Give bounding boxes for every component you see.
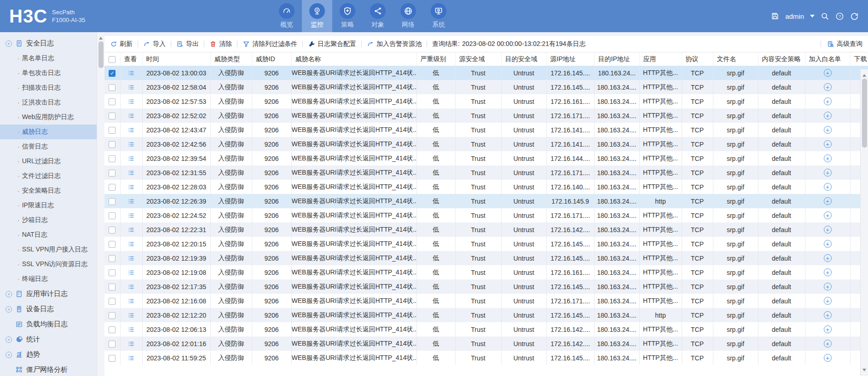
toolbar-button-7[interactable]: 加入告警资源池 bbox=[367, 40, 422, 48]
table-row[interactable]: 2023-08-02 12:12:20 入侵防御 9206 WEB服务器URI请… bbox=[104, 308, 868, 322]
add-whitelist-icon[interactable]: + bbox=[824, 226, 832, 234]
table-row[interactable]: 2023-08-02 12:58:04 入侵防御 9206 WEB服务器URI请… bbox=[104, 80, 868, 94]
row-checkbox[interactable] bbox=[109, 113, 116, 120]
search-icon[interactable] bbox=[821, 12, 829, 21]
sidebar-item[interactable]: » 安全日志 bbox=[0, 36, 97, 51]
view-cell[interactable] bbox=[120, 108, 142, 123]
sidebar-item[interactable]: · 泛洪攻击日志 bbox=[0, 95, 97, 110]
row-checkbox-cell[interactable] bbox=[104, 294, 120, 308]
column-header[interactable]: 应用 bbox=[639, 52, 682, 66]
sidebar-item[interactable]: · IP限速日志 bbox=[0, 198, 97, 213]
toolbar-button-3[interactable]: 导出 bbox=[176, 40, 199, 48]
row-checkbox[interactable] bbox=[109, 98, 116, 105]
table-row[interactable]: 2023-08-02 12:57:53 入侵防御 9206 WEB服务器URI请… bbox=[104, 94, 868, 108]
scrollbar-thumb[interactable] bbox=[862, 79, 867, 148]
add-whitelist-icon[interactable]: + bbox=[824, 169, 832, 177]
column-header[interactable]: 协议 bbox=[682, 52, 713, 66]
add-whitelist-icon[interactable]: + bbox=[824, 140, 832, 148]
table-row[interactable]: 2023-08-02 12:16:08 入侵防御 9206 WEB服务器URI请… bbox=[104, 294, 868, 308]
row-checkbox-cell[interactable] bbox=[104, 165, 120, 180]
toolbar-button-1[interactable]: 刷新 bbox=[110, 40, 133, 48]
view-details-icon[interactable] bbox=[127, 354, 135, 362]
view-cell[interactable] bbox=[120, 294, 142, 308]
row-checkbox-cell[interactable] bbox=[104, 123, 120, 137]
table-row[interactable]: ✓ 2023-08-02 13:00:03 入侵防御 9206 WEB服务器UR… bbox=[104, 66, 868, 80]
column-header[interactable]: 下载 bbox=[850, 52, 868, 66]
collapse-icon[interactable]: » bbox=[6, 40, 12, 47]
add-whitelist-icon[interactable]: + bbox=[824, 211, 832, 219]
select-all-checkbox-cell[interactable] bbox=[104, 52, 120, 66]
table-row[interactable]: 2023-08-02 11:59:25 入侵防御 9206 WEB服务器URI请… bbox=[104, 351, 868, 365]
add-whitelist-icon[interactable]: + bbox=[824, 268, 832, 276]
toolbar-button-4[interactable]: 清除 bbox=[209, 40, 232, 48]
add-whitelist-icon[interactable]: + bbox=[824, 69, 832, 77]
select-all-checkbox[interactable] bbox=[109, 56, 116, 63]
view-details-icon[interactable] bbox=[127, 283, 135, 291]
column-header[interactable]: 文件名 bbox=[713, 52, 758, 66]
table-row[interactable]: 2023-08-02 12:42:56 入侵防御 9206 WEB服务器URI请… bbox=[104, 137, 868, 151]
row-checkbox-cell[interactable] bbox=[104, 208, 120, 222]
whitelist-cell[interactable]: + bbox=[805, 165, 850, 180]
sidebar-item[interactable]: · 威胁日志 bbox=[0, 125, 97, 139]
view-cell[interactable] bbox=[120, 237, 142, 251]
sidebar-item[interactable]: · 安全策略日志 bbox=[0, 183, 97, 198]
row-checkbox[interactable] bbox=[109, 155, 116, 162]
view-cell[interactable] bbox=[120, 336, 142, 351]
nav-item-6[interactable]: 系统 bbox=[423, 0, 454, 32]
view-details-icon[interactable] bbox=[127, 212, 135, 219]
scroll-up-icon[interactable] bbox=[99, 35, 103, 40]
sidebar-scrollbar[interactable] bbox=[97, 32, 104, 376]
column-header[interactable]: 威胁类型 bbox=[210, 52, 252, 66]
sidebar-item[interactable]: » 趋势 bbox=[0, 347, 97, 362]
expand-icon[interactable]: » bbox=[6, 306, 12, 313]
row-checkbox-cell[interactable] bbox=[104, 194, 120, 208]
view-details-icon[interactable] bbox=[127, 340, 135, 348]
table-row[interactable]: 2023-08-02 12:43:47 入侵防御 9206 WEB服务器URI请… bbox=[104, 123, 868, 137]
table-row[interactable]: 2023-08-02 12:31:55 入侵防御 9206 WEB服务器URI请… bbox=[104, 165, 868, 180]
add-whitelist-icon[interactable]: + bbox=[824, 83, 832, 91]
whitelist-cell[interactable]: + bbox=[805, 351, 850, 365]
row-checkbox-cell[interactable] bbox=[104, 222, 120, 237]
row-checkbox[interactable] bbox=[109, 227, 116, 234]
row-checkbox-cell[interactable]: ✓ bbox=[104, 66, 120, 80]
sidebar-item[interactable]: · SSL VPN用户接入日志 bbox=[0, 242, 97, 257]
view-cell[interactable] bbox=[120, 208, 142, 222]
view-cell[interactable] bbox=[120, 222, 142, 237]
add-whitelist-icon[interactable]: + bbox=[824, 112, 832, 120]
row-checkbox[interactable] bbox=[109, 355, 116, 362]
whitelist-cell[interactable]: + bbox=[805, 194, 850, 208]
table-row[interactable]: 2023-08-02 12:28:03 入侵防御 9206 WEB服务器URI请… bbox=[104, 180, 868, 194]
table-row[interactable]: 2023-08-02 12:52:02 入侵防御 9206 WEB服务器URI请… bbox=[104, 108, 868, 123]
row-checkbox[interactable] bbox=[109, 212, 116, 219]
sidebar-item[interactable]: · SSL VPN访问资源日志 bbox=[0, 257, 97, 272]
sidebar-item[interactable]: » 设备日志 bbox=[0, 302, 97, 317]
whitelist-cell[interactable]: + bbox=[805, 80, 850, 94]
sidebar-item[interactable]: » 应用审计日志 bbox=[0, 286, 97, 302]
scroll-down-icon[interactable] bbox=[862, 369, 866, 373]
add-whitelist-icon[interactable]: + bbox=[824, 311, 832, 319]
view-details-icon[interactable] bbox=[127, 297, 135, 305]
view-cell[interactable] bbox=[120, 194, 142, 208]
column-header[interactable]: 源IP地址 bbox=[546, 52, 594, 66]
table-row[interactable]: 2023-08-02 12:20:15 入侵防御 9206 WEB服务器URI请… bbox=[104, 237, 868, 251]
table-row[interactable]: 2023-08-02 12:06:13 入侵防御 9206 WEB服务器URI请… bbox=[104, 322, 868, 336]
view-details-icon[interactable] bbox=[127, 69, 135, 77]
sidebar-item[interactable]: · 扫描攻击日志 bbox=[0, 80, 97, 95]
view-cell[interactable] bbox=[120, 322, 142, 336]
column-header[interactable]: 威胁名称 bbox=[291, 52, 417, 66]
sidebar-item[interactable]: · 黑名单日志 bbox=[0, 51, 97, 66]
whitelist-cell[interactable]: + bbox=[805, 94, 850, 108]
view-details-icon[interactable] bbox=[127, 226, 135, 234]
row-checkbox-cell[interactable] bbox=[104, 351, 120, 365]
whitelist-cell[interactable]: + bbox=[805, 151, 850, 165]
scrollbar-thumb[interactable] bbox=[98, 41, 104, 68]
whitelist-cell[interactable]: + bbox=[805, 279, 850, 294]
view-cell[interactable] bbox=[120, 351, 142, 365]
add-whitelist-icon[interactable]: + bbox=[824, 154, 832, 162]
whitelist-cell[interactable]: + bbox=[805, 208, 850, 222]
row-checkbox-cell[interactable] bbox=[104, 322, 120, 336]
table-row[interactable]: 2023-08-02 12:17:35 入侵防御 9206 WEB服务器URI请… bbox=[104, 279, 868, 294]
sidebar-item[interactable]: » 负载均衡日志 bbox=[0, 317, 97, 332]
row-checkbox[interactable] bbox=[109, 326, 116, 333]
add-whitelist-icon[interactable]: + bbox=[824, 354, 832, 362]
